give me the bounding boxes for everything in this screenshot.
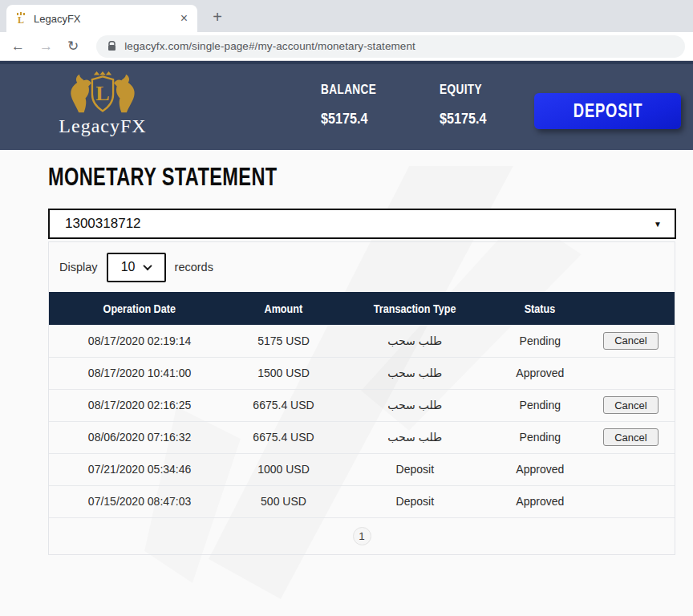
page-title: MONETARY STATEMENT	[48, 163, 538, 192]
cell-action	[587, 485, 675, 517]
page-button[interactable]: 1	[353, 527, 371, 545]
site-header: L LegacyFX BALANCE $5175.4 EQUITY $5175.…	[0, 61, 693, 150]
forward-icon[interactable]: →	[39, 39, 53, 53]
cell-amount: 6675.4 USD	[230, 421, 337, 453]
url-bar[interactable]: legacyfx.com/single-page#/my-account/mon…	[96, 35, 685, 58]
statement-table: Operation DateAmountTransaction TypeStat…	[49, 292, 675, 518]
cell-action	[587, 453, 675, 485]
browser-chrome: L LegacyFX × + ← → ↻ legacyfx.com/single…	[0, 0, 693, 61]
cell-transaction-type: طلب سحب	[337, 357, 493, 389]
site-favicon-icon: L	[14, 12, 27, 25]
table-row: 08/17/2020 02:19:145175 USDطلب سحبPendin…	[49, 325, 675, 357]
cell-operation-date: 08/17/2020 10:41:00	[49, 357, 230, 389]
cancel-button[interactable]: Cancel	[603, 396, 658, 414]
account-select[interactable]: 1300318712 ▼	[48, 209, 676, 239]
cell-transaction-type: Deposit	[337, 485, 493, 517]
cell-action: Cancel	[587, 421, 675, 453]
table-row: 08/17/2020 10:41:001500 USDطلب سحبApprov…	[49, 357, 675, 389]
cell-amount: 1500 USD	[230, 357, 337, 389]
equity-label: EQUITY	[440, 82, 484, 98]
svg-text:L: L	[18, 14, 24, 25]
page-content: MONETARY STATEMENT 1300318712 ▼ Display …	[0, 150, 693, 616]
tab-close-icon[interactable]: ×	[179, 11, 189, 26]
table-row: 07/21/2020 05:34:461000 USDDepositApprov…	[49, 453, 675, 485]
cell-operation-date: 08/17/2020 02:16:25	[49, 389, 230, 421]
cell-amount: 5175 USD	[230, 325, 337, 357]
table-row: 07/15/2020 08:47:03500 USDDepositApprove…	[49, 485, 675, 517]
cancel-button[interactable]: Cancel	[603, 332, 658, 350]
column-header: Amount	[230, 292, 337, 325]
cell-amount: 1000 USD	[230, 453, 337, 485]
lock-icon	[107, 41, 116, 51]
cancel-button[interactable]: Cancel	[603, 428, 658, 446]
column-header: Operation Date	[49, 292, 230, 325]
cell-transaction-type: Deposit	[337, 453, 493, 485]
cell-status: Approved	[493, 485, 587, 517]
cell-action: Cancel	[587, 325, 675, 357]
records-count-value: 10	[121, 260, 136, 274]
tab-title: LegacyFX	[34, 13, 179, 25]
cell-status: Approved	[493, 453, 587, 485]
account-number: 1300318712	[65, 216, 141, 232]
cell-action	[587, 357, 675, 389]
url-text: legacyfx.com/single-page#/my-account/mon…	[124, 40, 415, 52]
cell-transaction-type: طلب سحب	[337, 325, 493, 357]
column-header: Status	[493, 292, 587, 325]
cell-status: Approved	[493, 357, 587, 389]
cell-transaction-type: طلب سحب	[337, 421, 493, 453]
browser-tab[interactable]: L LegacyFX ×	[6, 5, 197, 32]
table-header-row: Operation DateAmountTransaction TypeStat…	[49, 292, 675, 325]
column-header	[587, 292, 675, 325]
cell-transaction-type: طلب سحب	[337, 389, 493, 421]
column-header: Transaction Type	[337, 292, 493, 325]
balance-stat: BALANCE $5175.4	[321, 82, 391, 128]
logo-crest-icon: L	[50, 71, 156, 116]
equity-stat: EQUITY $5175.4	[440, 82, 495, 128]
cell-status: Pending	[493, 325, 587, 357]
new-tab-button[interactable]: +	[207, 6, 228, 27]
cell-amount: 500 USD	[230, 485, 337, 517]
table-row: 08/17/2020 02:16:256675.4 USDطلب سحبPend…	[49, 389, 675, 421]
balance-label: BALANCE	[321, 82, 376, 98]
display-label: Display	[59, 261, 98, 274]
legacyfx-logo[interactable]: L LegacyFX	[50, 71, 156, 137]
cell-operation-date: 08/06/2020 07:16:32	[49, 421, 230, 453]
chevron-down-icon: ▼	[654, 220, 662, 229]
cell-operation-date: 07/21/2020 05:34:46	[49, 453, 230, 485]
records-per-page-control: Display 10 records	[49, 242, 675, 292]
records-label: records	[175, 261, 213, 274]
chevron-down-icon	[144, 261, 152, 270]
svg-text:L: L	[95, 82, 109, 105]
records-count-select[interactable]: 10	[107, 253, 166, 282]
pagination: 1	[49, 518, 675, 554]
cell-amount: 6675.4 USD	[230, 389, 337, 421]
back-icon[interactable]: ←	[11, 39, 25, 53]
statement-panel: Display 10 records Operation DateAmountT…	[48, 241, 675, 555]
cell-status: Pending	[493, 421, 587, 453]
cell-operation-date: 07/15/2020 08:47:03	[49, 485, 230, 517]
table-body: 08/17/2020 02:19:145175 USDطلب سحبPendin…	[49, 325, 675, 517]
browser-toolbar: ← → ↻ legacyfx.com/single-page#/my-accou…	[0, 32, 693, 61]
logo-text: LegacyFX	[50, 116, 156, 137]
balance-value: $5175.4	[321, 110, 380, 128]
cell-status: Pending	[493, 389, 587, 421]
table-row: 08/06/2020 07:16:326675.4 USDطلب سحبPend…	[49, 421, 675, 453]
reload-icon[interactable]: ↻	[67, 39, 79, 53]
equity-value: $5175.4	[440, 110, 486, 128]
tab-strip: L LegacyFX × +	[0, 0, 693, 32]
cell-action: Cancel	[587, 389, 675, 421]
deposit-button[interactable]: DEPOSIT	[534, 93, 681, 129]
cell-operation-date: 08/17/2020 02:19:14	[49, 325, 230, 357]
